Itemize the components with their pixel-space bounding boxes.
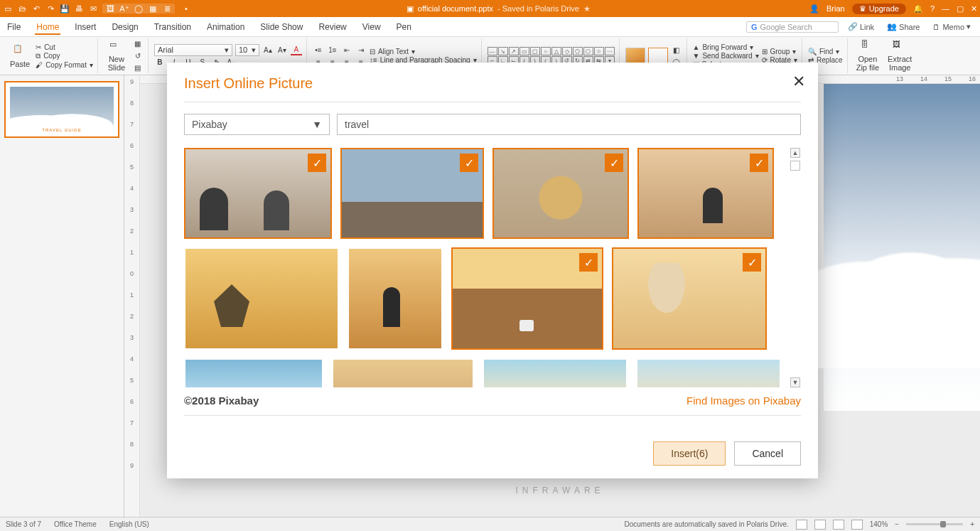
find-on-pixabay-link[interactable]: Find Images on Pixabay: [686, 395, 801, 407]
slide-thumbnail[interactable]: TRAVEL GUIDE: [4, 81, 119, 138]
tab-view[interactable]: View: [361, 19, 382, 35]
scroll-thumb[interactable]: [790, 161, 800, 171]
result-item[interactable]: ✓: [637, 148, 774, 239]
redo-icon[interactable]: ↷: [45, 4, 55, 14]
result-item[interactable]: [184, 358, 323, 387]
insert-button[interactable]: Insert(6): [653, 441, 726, 466]
picture-icon[interactable]: 🖼: [105, 4, 115, 14]
new-slide-button[interactable]: ▭ New Slide: [104, 38, 129, 73]
minimize-icon[interactable]: —: [942, 4, 949, 13]
copy-icon: ⧉: [36, 52, 41, 60]
indent-dec-icon[interactable]: ⇤: [341, 44, 352, 55]
cancel-button[interactable]: Cancel: [734, 441, 801, 466]
tab-design[interactable]: Design: [110, 19, 139, 35]
extract-image-button[interactable]: 🖼Extract Image: [885, 38, 915, 73]
user-avatar-icon[interactable]: 👤: [809, 4, 819, 14]
copy-format-button[interactable]: 🖌Copy Format ▾: [36, 61, 93, 69]
font-color-icon[interactable]: A: [291, 44, 302, 55]
shapes-icon[interactable]: ◯: [134, 4, 144, 14]
close-icon[interactable]: ✕: [971, 4, 977, 14]
results-scrollbar[interactable]: ▲ ▼: [790, 148, 801, 387]
textstyle-icon[interactable]: A⁺: [119, 4, 129, 14]
tab-file[interactable]: File: [6, 19, 22, 35]
mail-icon[interactable]: ✉: [88, 4, 98, 14]
shape-style-2[interactable]: [648, 48, 668, 65]
grow-font-icon[interactable]: A▴: [262, 44, 274, 55]
user-name[interactable]: Brian: [826, 4, 845, 13]
result-item[interactable]: [348, 247, 443, 350]
find-button[interactable]: 🔍Find ▾: [808, 48, 843, 55]
group-button[interactable]: ⊞Group ▾: [762, 48, 797, 55]
slideshow-view-icon[interactable]: [851, 520, 863, 530]
search-input[interactable]: [337, 114, 801, 135]
copy-button[interactable]: ⧉Copy: [36, 52, 93, 60]
dialog-close-button[interactable]: ✕: [792, 73, 805, 91]
maximize-icon[interactable]: ▢: [957, 4, 964, 14]
font-family-value: Arial: [158, 45, 173, 54]
shape-style-1[interactable]: [625, 48, 645, 65]
help-icon[interactable]: ?: [930, 4, 935, 13]
table-icon[interactable]: ▦: [148, 4, 158, 14]
result-item[interactable]: [483, 358, 628, 387]
scroll-up-icon[interactable]: ▲: [790, 148, 800, 158]
cut-button[interactable]: ✂Cut: [36, 43, 93, 51]
section-icon[interactable]: ▤: [132, 63, 144, 74]
reset-icon[interactable]: ↺: [132, 50, 144, 62]
share-tool[interactable]: 👥Share: [883, 20, 923, 33]
result-item[interactable]: ✓: [340, 148, 484, 239]
source-select[interactable]: Pixabay ▼: [184, 114, 330, 135]
send-backward-button[interactable]: ▼Send Backward ▾: [693, 52, 759, 60]
upgrade-button[interactable]: ♛ Upgrade: [852, 4, 906, 14]
search-row: Pixabay ▼: [184, 114, 801, 135]
normal-view-icon[interactable]: [796, 520, 807, 530]
font-family-select[interactable]: Arial▾: [154, 44, 232, 56]
result-item[interactable]: [332, 358, 474, 387]
tab-pen[interactable]: Pen: [395, 19, 413, 35]
bullets-icon[interactable]: •≡: [313, 44, 324, 55]
tab-home[interactable]: Home: [35, 19, 60, 35]
slide-thumbnails-panel[interactable]: 1 TRAVEL GUIDE: [0, 75, 124, 517]
align-text-button[interactable]: ⊟Align Text ▾: [370, 48, 477, 55]
indent-inc-icon[interactable]: ⇥: [355, 44, 367, 55]
bell-icon[interactable]: 🔔: [913, 4, 923, 14]
zoom-in-icon[interactable]: +: [970, 520, 974, 528]
result-item[interactable]: ✓: [184, 148, 332, 239]
result-item[interactable]: ✓: [451, 247, 603, 350]
fill-icon[interactable]: ◧: [671, 44, 682, 55]
quick-access-toolbar: ▭ 🗁 ↶ ↷ 💾 🖶 ✉ 🖼 A⁺ ◯ ▦ ≣ •: [3, 4, 188, 14]
result-item[interactable]: ✓: [612, 247, 767, 350]
open-icon[interactable]: 🗁: [17, 4, 27, 14]
slide-position: Slide 3 of 7: [6, 520, 41, 528]
bring-forward-button[interactable]: ▲Bring Forward ▾: [693, 43, 759, 51]
tab-review[interactable]: Review: [317, 19, 348, 35]
tab-slideshow[interactable]: Slide Show: [259, 19, 304, 35]
shrink-font-icon[interactable]: A▾: [276, 44, 288, 55]
reading-view-icon[interactable]: [833, 520, 844, 530]
open-zip-button[interactable]: 🗄Open Zip file: [854, 38, 882, 73]
layout-icon[interactable]: ▦: [132, 38, 144, 50]
result-item[interactable]: [184, 247, 339, 350]
font-size-select[interactable]: 10▾: [235, 44, 259, 56]
sorter-view-icon[interactable]: [814, 520, 826, 530]
link-tool[interactable]: 🔗Link: [844, 20, 878, 33]
tab-insert[interactable]: Insert: [73, 19, 97, 35]
new-icon[interactable]: ▭: [3, 4, 13, 14]
save-icon[interactable]: 💾: [60, 4, 70, 14]
tab-transition[interactable]: Transition: [153, 19, 193, 35]
bold-button[interactable]: B: [154, 57, 166, 68]
result-item[interactable]: [636, 358, 781, 387]
print-icon[interactable]: 🖶: [74, 4, 84, 14]
zoom-slider[interactable]: [906, 523, 963, 525]
open-zip-label: Open Zip file: [856, 55, 879, 72]
zoom-out-icon[interactable]: −: [895, 520, 899, 528]
paste-button[interactable]: 📋 Paste: [7, 43, 33, 70]
memo-tool[interactable]: 🗒Memo ▾: [929, 20, 974, 33]
undo-icon[interactable]: ↶: [31, 4, 41, 14]
favorite-star-icon[interactable]: ★: [583, 4, 591, 14]
result-item[interactable]: ✓: [492, 148, 629, 239]
numbering-icon[interactable]: 1≡: [327, 44, 338, 55]
tab-animation[interactable]: Animation: [205, 19, 246, 35]
google-search-box[interactable]: G Google Search: [746, 21, 839, 33]
list-icon[interactable]: ≣: [162, 4, 172, 14]
scroll-down-icon[interactable]: ▼: [790, 377, 800, 387]
